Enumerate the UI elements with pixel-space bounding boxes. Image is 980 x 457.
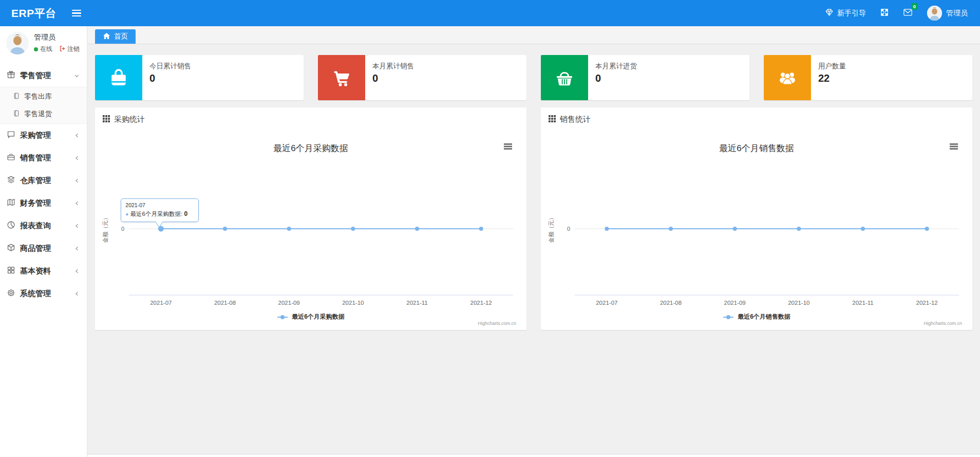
journal-icon	[13, 109, 20, 119]
th-grid-icon	[103, 115, 110, 124]
navbar-user-label: 管理员	[946, 9, 968, 18]
svg-text:2021-07: 2021-07	[150, 300, 172, 306]
svg-text:最近6个月采购数据: 最近6个月采购数据	[273, 143, 348, 153]
sidebar-item-finance[interactable]: 财务管理	[0, 192, 87, 214]
stat-label: 本月累计销售	[372, 62, 414, 71]
top-navbar: ERP平台 新手引导	[0, 0, 980, 26]
purchase-chart: 最近6个月采购数据0金额（元）2021-072021-082021-092021…	[100, 131, 521, 327]
svg-text:金额（元）: 金额（元）	[102, 215, 108, 243]
tab-home[interactable]: 首页	[95, 29, 136, 44]
chart-panels-row: 采购统计 最近6个月采购数据0金额（元）2021-072021-082021-0…	[95, 107, 972, 330]
home-icon	[103, 32, 110, 41]
navbar-user-menu[interactable]: 管理员	[927, 6, 968, 21]
purchase-stats-panel: 采购统计 最近6个月采购数据0金额（元）2021-072021-082021-0…	[95, 107, 526, 330]
svg-text:2021-10: 2021-10	[342, 300, 364, 306]
message-count-badge: 0	[911, 3, 918, 10]
stat-value: 0	[372, 72, 414, 84]
comment-icon	[7, 130, 15, 140]
users-icon	[764, 55, 811, 100]
guide-label: 新手引导	[837, 9, 866, 18]
chart-context-menu-icon[interactable]	[504, 143, 512, 150]
stat-card-today-sales: 今日累计销售 0	[95, 55, 304, 100]
layers-icon	[7, 175, 15, 186]
stat-label: 今日累计销售	[149, 62, 191, 71]
shopping-basket-icon	[541, 55, 588, 100]
chevron-left-icon	[73, 200, 80, 207]
sidebar: 管理员 在线 注销	[0, 26, 87, 457]
stat-card-month-sales: 本月累计销售 0	[318, 55, 526, 100]
sidebar-item-retail-outbound[interactable]: 零售出库	[0, 88, 87, 105]
sidebar-menu: 零售管理 零售出库	[0, 64, 87, 305]
svg-text:2021-12: 2021-12	[916, 300, 938, 306]
menu-icon[interactable]	[72, 10, 81, 17]
retail-submenu: 零售出库 零售退货	[0, 87, 87, 124]
svg-text:2021-07: 2021-07	[596, 300, 617, 306]
sidebar-user-name: 管理员	[34, 33, 80, 42]
sign-out-icon	[59, 45, 66, 53]
sidebar-item-system[interactable]: 系统管理	[0, 282, 87, 305]
panel-title: 采购统计	[114, 115, 145, 124]
logout-button[interactable]: 注销	[59, 45, 80, 53]
stat-value: 0	[595, 72, 637, 84]
stat-card-month-purchase: 本月累计进货 0	[541, 55, 749, 100]
brand-title: ERP平台	[11, 6, 56, 21]
chevron-left-icon	[73, 177, 80, 184]
sidebar-item-sales[interactable]: 销售管理	[0, 147, 87, 169]
expand-icon	[880, 8, 889, 18]
chevron-left-icon	[73, 290, 80, 297]
sidebar-item-reports[interactable]: 报表查询	[0, 214, 87, 237]
sales-stats-panel: 销售统计 最近6个月销售数据0金额（元）2021-072021-082021-0…	[541, 107, 972, 330]
sidebar-item-basic-data[interactable]: 基本资料	[0, 260, 87, 282]
chart-context-menu-icon[interactable]	[950, 143, 958, 150]
stat-label: 本月累计进货	[595, 62, 637, 71]
shopping-cart-icon	[318, 55, 365, 100]
chevron-left-icon	[73, 223, 80, 229]
stat-cards-row: 今日累计销售 0 本月累计销售 0	[95, 55, 972, 100]
sidebar-item-goods[interactable]: 商品管理	[0, 237, 87, 260]
gear-icon	[7, 288, 15, 299]
svg-text:金额（元）: 金额（元）	[548, 215, 554, 243]
chevron-down-icon	[73, 72, 80, 79]
avatar	[6, 32, 29, 54]
highcharts-credits-link[interactable]: Highcharts.com.cn	[478, 321, 516, 326]
map-icon	[7, 198, 15, 208]
svg-text:2021-09: 2021-09	[724, 300, 746, 306]
package-icon	[7, 243, 15, 253]
gem-icon	[825, 8, 834, 19]
stat-value: 22	[818, 72, 846, 84]
svg-text:2021-10: 2021-10	[788, 300, 809, 306]
svg-text:0: 0	[567, 226, 570, 232]
sidebar-item-purchase[interactable]: 采购管理	[0, 124, 87, 147]
chart-legend-item[interactable]: 最近6个月采购数据	[100, 313, 521, 321]
chart-legend-item[interactable]: 最近6个月销售数据	[546, 313, 967, 321]
sidebar-item-warehouse[interactable]: 仓库管理	[0, 169, 87, 192]
gift-icon	[7, 70, 15, 81]
fullscreen-button[interactable]	[880, 8, 889, 18]
svg-text:2021-08: 2021-08	[214, 300, 236, 306]
svg-text:2021-11: 2021-11	[852, 300, 873, 306]
chevron-left-icon	[73, 245, 80, 252]
footer	[87, 454, 980, 457]
stat-label: 用户数量	[818, 62, 846, 71]
breadcrumb: 首页	[87, 26, 980, 44]
svg-text:2021-08: 2021-08	[660, 300, 682, 306]
stat-card-user-count: 用户数量 22	[764, 55, 972, 100]
shopping-bag-icon	[95, 55, 142, 100]
sidebar-user-panel: 管理员 在线 注销	[0, 26, 87, 59]
svg-text:2021-11: 2021-11	[406, 300, 427, 306]
th-grid-icon	[549, 115, 556, 124]
sidebar-item-retail-return[interactable]: 零售退货	[0, 105, 87, 123]
guide-button[interactable]: 新手引导	[825, 8, 866, 19]
chevron-left-icon	[73, 155, 80, 161]
journal-icon	[13, 92, 20, 101]
chevron-left-icon	[73, 132, 80, 139]
highcharts-credits-link[interactable]: Highcharts.com.cn	[924, 321, 962, 326]
svg-text:最近6个月销售数据: 最近6个月销售数据	[719, 143, 794, 153]
online-status-dot	[34, 47, 38, 51]
briefcase-icon	[7, 153, 15, 163]
sidebar-item-retail[interactable]: 零售管理	[0, 64, 87, 87]
stat-value: 0	[149, 72, 191, 84]
svg-text:0: 0	[121, 226, 124, 232]
messages-button[interactable]: 0	[903, 8, 913, 19]
panel-title: 销售统计	[560, 115, 591, 124]
